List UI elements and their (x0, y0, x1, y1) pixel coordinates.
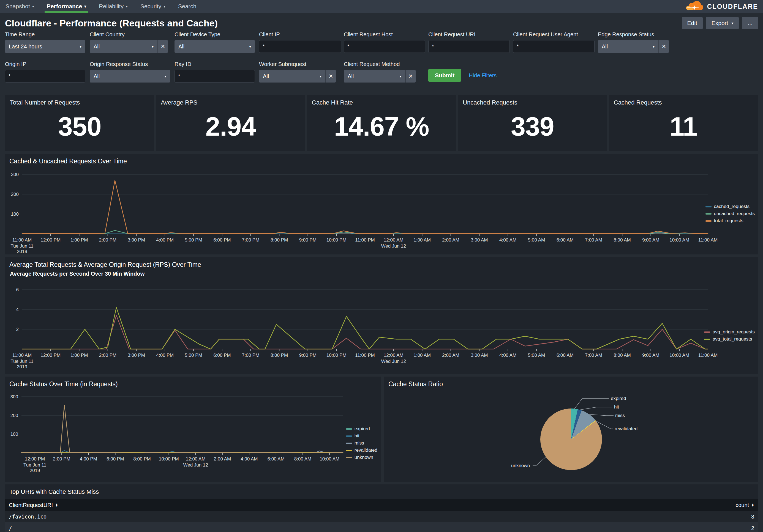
svg-text:11:00 PM: 11:00 PM (355, 353, 375, 358)
filter-input-client-request-uri[interactable] (428, 40, 510, 53)
page-title: Cloudflare - Performance (Requests and C… (5, 18, 679, 29)
filter-label: Ray ID (174, 61, 259, 67)
filter-label: Client Request User Agent (513, 31, 598, 38)
legend-label: avg_origin_requests (712, 329, 755, 335)
filter-field-worker-subrequest: Worker SubrequestAll▾✕ (259, 61, 344, 83)
cell-count: 2 (751, 525, 754, 531)
filter-label: Client Country (90, 31, 174, 38)
cache-status-pie-chart (540, 408, 602, 470)
select-value: All▾ (259, 70, 325, 83)
legend-item-cached-requests: cached_requests (706, 204, 755, 209)
svg-text:6:00 AM: 6:00 AM (267, 456, 284, 462)
filters-section: Time RangeLast 24 hours▾Client CountryAl… (0, 31, 763, 83)
clear-filter-button[interactable]: ✕ (325, 70, 336, 83)
filter-select-time-range[interactable]: Last 24 hours▾ (5, 40, 85, 53)
svg-text:2019: 2019 (30, 468, 40, 473)
legend-label: unknown (355, 455, 373, 460)
svg-text:6:00 PM: 6:00 PM (107, 456, 124, 462)
select-value: All▾ (90, 40, 158, 53)
svg-text:6:00 AM: 6:00 AM (557, 353, 574, 358)
sort-desc-icon: ▼ (751, 505, 754, 507)
select-value: All▾ (344, 70, 405, 83)
submit-button[interactable]: Submit (428, 69, 461, 82)
svg-text:1:00 AM: 1:00 AM (413, 237, 430, 243)
nav-item-search[interactable]: Search (178, 0, 196, 13)
clear-filter-button[interactable]: ✕ (158, 40, 168, 53)
legend-swatch (706, 220, 711, 222)
svg-text:8:00 AM: 8:00 AM (294, 456, 311, 462)
column-header-clientrequesturi[interactable]: ClientRequestURI▲▼ (9, 502, 58, 508)
svg-text:12:00 AM: 12:00 AM (384, 237, 403, 243)
legend-label: hit (355, 433, 360, 439)
filter-input-client-request-user-agent[interactable] (513, 40, 595, 53)
chevron-down-icon: ▾ (32, 4, 34, 8)
pie-label-miss: miss (615, 413, 625, 418)
svg-text:6: 6 (16, 287, 19, 293)
filter-input-origin-ip[interactable] (5, 70, 85, 83)
filter-field-origin-response-status: Origin Response StatusAll▾ (90, 61, 174, 83)
filter-input-client-ip[interactable] (259, 40, 341, 53)
select-value: All▾ (174, 40, 255, 53)
edit-button[interactable]: Edit (682, 17, 703, 29)
filter-select-origin-response-status[interactable]: All▾ (90, 70, 170, 83)
filter-field-origin-ip: Origin IP (5, 61, 90, 83)
pie-label-hit: hit (614, 404, 619, 410)
svg-text:9:00 PM: 9:00 PM (299, 353, 317, 358)
nav-item-security[interactable]: Security▾ (140, 0, 165, 13)
svg-text:4:00 PM: 4:00 PM (156, 353, 174, 358)
filter-label: Worker Subrequest (259, 61, 344, 67)
svg-text:10:00 PM: 10:00 PM (326, 237, 347, 243)
panel-avg-rps-over-time: Average Total Requests & Average Origin … (5, 257, 758, 374)
nav-item-label: Snapshot (6, 3, 30, 10)
svg-text:11:00 AM: 11:00 AM (698, 237, 718, 243)
svg-text:8:00 PM: 8:00 PM (271, 237, 288, 243)
chart-title: Cache Status Ratio (388, 381, 754, 388)
chevron-down-icon: ▾ (399, 74, 401, 78)
filter-select-client-request-method[interactable]: All▾✕ (344, 70, 416, 83)
stat-label: Cache Hit Rate (312, 99, 451, 106)
filter-input-ray-id[interactable] (174, 70, 255, 83)
svg-text:12:00 AM: 12:00 AM (384, 353, 403, 358)
nav-item-performance[interactable]: Performance▾ (47, 0, 86, 13)
nav-item-reliability[interactable]: Reliability▾ (99, 0, 128, 13)
avg-rps-chart: 24611:00 AMTue Jun 11201912:00 PM1:00 PM… (9, 277, 757, 369)
svg-text:5:00 PM: 5:00 PM (185, 353, 202, 358)
panel-cache-status-over-time: Cache Status Over Time (in Requests) 100… (5, 377, 381, 482)
filter-select-client-country[interactable]: All▾✕ (90, 40, 168, 53)
filter-label: Client Request Method (344, 61, 428, 67)
filter-select-worker-subrequest[interactable]: All▾✕ (259, 70, 336, 83)
svg-text:7:00 AM: 7:00 AM (585, 353, 602, 358)
export-button[interactable]: Export ▾ (706, 17, 739, 29)
chart-title: Cached & Uncached Requests Over Time (9, 158, 754, 165)
chevron-down-icon: ▾ (320, 74, 321, 78)
svg-text:1:00 PM: 1:00 PM (70, 353, 88, 358)
svg-text:Tue Jun 11: Tue Jun 11 (10, 359, 33, 364)
legend-item-avg-origin-requests: avg_origin_requests (704, 329, 755, 335)
legend-swatch (346, 428, 352, 430)
filter-label: Origin IP (5, 61, 90, 67)
filter-select-edge-response-status[interactable]: All▾✕ (598, 40, 669, 53)
select-value: All▾ (90, 70, 170, 83)
column-header-count[interactable]: count▲▼ (735, 502, 754, 508)
filter-input-client-request-host[interactable] (344, 40, 425, 53)
svg-text:Wed Jun 12: Wed Jun 12 (381, 359, 406, 364)
svg-text:200: 200 (11, 192, 19, 197)
nav-item-snapshot[interactable]: Snapshot▾ (6, 0, 34, 13)
filter-select-client-device-type[interactable]: All▾ (174, 40, 255, 53)
clear-filter-button[interactable]: ✕ (405, 70, 416, 83)
stat-value: 339 (463, 106, 602, 147)
selected-option: All (263, 73, 269, 79)
svg-text:Wed Jun 12: Wed Jun 12 (381, 243, 406, 249)
legend-item-unknown: unknown (346, 455, 378, 460)
sort-icon: ▲▼ (751, 503, 754, 507)
svg-text:100: 100 (11, 212, 19, 217)
cell-uri: / (9, 525, 12, 531)
clear-filter-button[interactable]: ✕ (658, 40, 669, 53)
legend-label: cached_requests (714, 204, 749, 209)
selected-option: All (94, 44, 100, 50)
legend-item-avg-total-requests: avg_total_requests (704, 336, 755, 342)
hide-filters-link[interactable]: Hide Filters (469, 72, 496, 79)
legend-item-expired: expired (346, 426, 378, 432)
svg-text:200: 200 (10, 413, 18, 418)
more-options-button[interactable]: ... (742, 17, 758, 29)
